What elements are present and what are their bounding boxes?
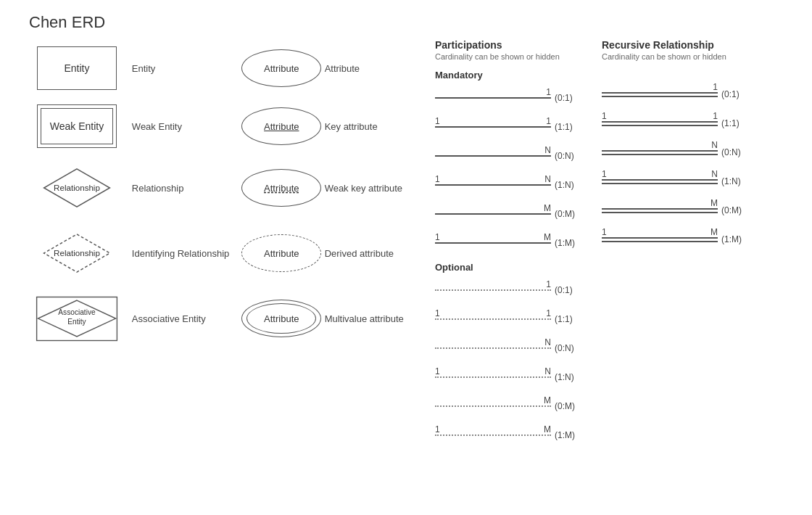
opt-line-0n: N (435, 347, 551, 349)
rec-cardinality-01: (0:1) (721, 89, 754, 99)
mandatory-row-0m: M (0:M) (435, 204, 602, 224)
recursive-subtitle: Cardinality can be shown or hidden (602, 52, 768, 61)
cardinality-11: (1:1) (555, 122, 587, 132)
entity-label: Entity (132, 63, 239, 74)
rec-line-0m: M (602, 208, 718, 213)
entity-shape-cell: Entity (22, 46, 132, 90)
label-right-1n: N (544, 174, 551, 184)
derived-attribute-shape: Attribute (241, 234, 321, 272)
rec-label-right-0n: N (711, 140, 718, 150)
spacer (602, 70, 768, 84)
multivalue-attr-shape-cell: Attribute (239, 300, 325, 337)
rec-label-left-11: 1 (602, 111, 607, 121)
solid-line-1m (435, 242, 551, 244)
shape-row-identifying: Relationship Identifying Relationship At… (22, 221, 428, 286)
opt-label-right-01: 1 (546, 279, 551, 289)
opt-label-left-1n: 1 (435, 366, 440, 376)
weak-key-attribute-shape: Attribute (241, 169, 321, 207)
label-right-0n: N (544, 145, 551, 155)
rec-cardinality-11: (1:1) (721, 118, 754, 128)
line1-0m (602, 208, 718, 210)
double-line-0n (602, 150, 718, 155)
double-line-1m (602, 237, 718, 242)
dashed-line-0n (435, 347, 551, 349)
line1-1m (602, 237, 718, 239)
shape-row-relationship: Relationship Relationship Attribute Weak… (22, 155, 428, 221)
dashed-line-01 (435, 289, 551, 291)
double-line-11 (602, 121, 718, 126)
dashed-line-1m (435, 434, 551, 436)
opt-label-left-1m: 1 (435, 424, 440, 434)
dashed-line-11 (435, 318, 551, 320)
multivalue-attr-label: Multivalue attribute (325, 313, 428, 324)
svg-text:Relationship: Relationship (54, 248, 100, 258)
label-left-1n: 1 (435, 174, 440, 184)
rec-line-11: 1 1 (602, 121, 718, 126)
mandatory-row-1n: 1 N (1:N) (435, 175, 602, 195)
rec-label-right-01: 1 (713, 82, 718, 92)
solid-line-01 (435, 97, 551, 99)
opt-label-right-0m: M (544, 395, 551, 405)
label-right-1m: M (544, 232, 551, 242)
line2-11 (602, 125, 718, 126)
rec-cardinality-0n: (0:N) (721, 147, 754, 157)
label-right-0m: M (544, 203, 551, 213)
opt-line-1m: 1 M (435, 434, 551, 436)
associative-entity-shape: Associative Entity (33, 293, 120, 344)
opt-line-01: 1 (435, 289, 551, 291)
identifying-relationship-shape: Relationship (41, 232, 113, 274)
label-left-1m: 1 (435, 232, 440, 242)
dashed-line-0m (435, 405, 551, 407)
opt-line-11: 1 1 (435, 318, 551, 320)
double-line-0m (602, 208, 718, 213)
key-attr-shape-cell: Attribute (239, 107, 325, 145)
optional-title: Optional (435, 262, 602, 273)
recursive-row-0m: M (0:M) (602, 200, 768, 221)
participations-subtitle: Cardinality can be shown or hidden (435, 52, 602, 61)
multivalue-attribute-shape: Attribute (241, 300, 321, 337)
line-01: 1 (435, 97, 551, 99)
shape-row-entity: Entity Entity Attribute Attribute (22, 39, 428, 97)
attribute-shape-1: Attribute (241, 49, 321, 87)
optional-row-1m: 1 M (1:M) (435, 425, 602, 445)
rec-label-left-1m: 1 (602, 227, 607, 237)
weak-entity-shape: Weak Entity (37, 104, 117, 148)
recursive-row-11: 1 1 (1:1) (602, 113, 768, 133)
opt-label-right-11: 1 (546, 308, 551, 318)
line2-01 (602, 96, 718, 97)
participations-title: Participations (435, 39, 602, 51)
rec-label-right-1n: N (711, 169, 718, 179)
recursive-row-01: 1 (0:1) (602, 84, 768, 104)
label-right-11: 1 (546, 116, 551, 126)
optional-row-1n: 1 N (1:N) (435, 367, 602, 387)
associative-label: Associative Entity (132, 313, 239, 324)
identifying-shape-cell: Relationship (22, 232, 132, 274)
rec-cardinality-1n: (1:N) (721, 176, 754, 186)
mandatory-row-1m: 1 M (1:M) (435, 233, 602, 253)
cardinality-1m: (1:M) (555, 238, 587, 248)
solid-line-11 (435, 126, 551, 128)
line1-01 (602, 92, 718, 94)
cardinality-1n: (1:N) (555, 180, 587, 190)
mandatory-row-01: 1 (0:1) (435, 88, 602, 108)
key-attr-label: Key attribute (325, 121, 428, 132)
recursive-column: Recursive Relationship Cardinality can b… (602, 39, 768, 454)
attribute-shape-cell-1: Attribute (239, 49, 325, 87)
line-1m: 1 M (435, 242, 551, 244)
participations-column: Participations Cardinality can be shown … (435, 39, 602, 454)
line-11: 1 1 (435, 126, 551, 128)
line2-0m (602, 212, 718, 213)
solid-line-1n (435, 184, 551, 186)
recursive-row-0n: N (0:N) (602, 142, 768, 162)
entity-shape: Entity (37, 46, 117, 90)
associative-shape-cell: Associative Entity (22, 293, 132, 344)
mandatory-title: Mandatory (435, 70, 602, 81)
shape-row-associative: Associative Entity Associative Entity At… (22, 286, 428, 351)
rec-line-1m: 1 M (602, 237, 718, 242)
line2-1m (602, 241, 718, 242)
opt-cardinality-0m: (0:M) (555, 401, 587, 411)
opt-label-right-0n: N (544, 337, 551, 347)
rec-line-01: 1 (602, 92, 718, 97)
identifying-label: Identifying Relationship (132, 248, 239, 259)
line-0n: N (435, 155, 551, 157)
